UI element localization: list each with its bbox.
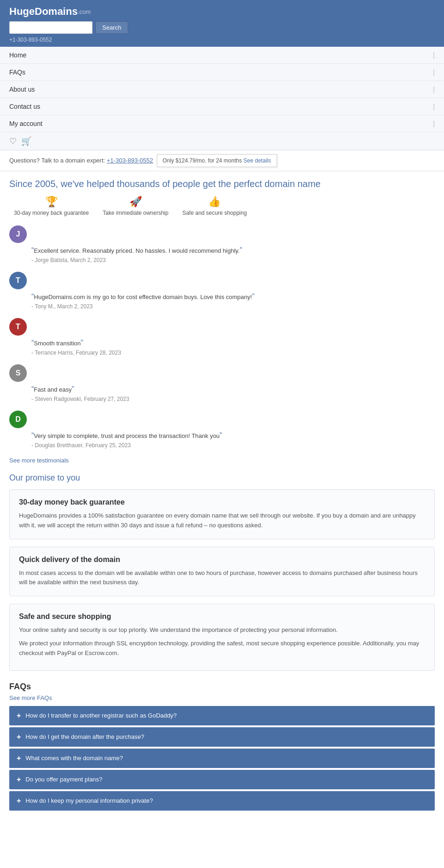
testimonial-author: - Douglas Bretthauer, February 25, 2023 [31, 442, 435, 449]
avatar: T [9, 272, 27, 289]
promise-card-money-back: 30-day money back guarantee HugeDomains … [9, 489, 435, 539]
promise-heading: Our promise to you [9, 473, 435, 483]
faq-label: How do I get the domain after the purcha… [25, 733, 144, 740]
faq-plus-icon: + [17, 754, 21, 762]
promo-tooltip-text: Only $124.79/mo. for 24 months [163, 157, 242, 164]
logo-suffix: .com [78, 8, 91, 15]
nav-divider: | [433, 103, 435, 110]
promise-card-money-back-text: HugeDomains provides a 100% satisfaction… [19, 511, 425, 531]
nav: Home | FAQs | About us | Contact us | My… [0, 47, 444, 150]
testimonial-author: - Tony M., March 2, 2023 [31, 303, 435, 310]
promo-questions-text: Questions? Talk to a domain expert: [9, 157, 105, 164]
feature-secure-label: Safe and secure shopping [182, 210, 247, 216]
open-quote: “ [31, 385, 34, 393]
avatar: J [9, 225, 27, 243]
promise-card-secure-text2: We protect your information through SSL … [19, 639, 425, 658]
testimonial-item: D “Very simple to complete, trust and pr… [9, 411, 435, 449]
search-input[interactable] [9, 21, 92, 34]
open-quote: “ [31, 339, 34, 347]
testimonial-quote: “Very simple to complete, trust and proc… [31, 430, 435, 441]
promise-card-secure-text: Your online safety and security is our t… [19, 625, 425, 658]
feature-secure: 👍 Safe and secure shopping [182, 196, 247, 216]
testimonial-quote: “Excellent service. Reasonably priced. N… [31, 245, 435, 256]
testimonial-header: S [9, 364, 435, 382]
promo-bar: Questions? Talk to a domain expert: +1-3… [0, 150, 444, 171]
open-quote: “ [31, 246, 34, 254]
faq-plus-icon: + [17, 712, 21, 720]
avatar: S [9, 364, 27, 382]
nav-item-account[interactable]: My account | [0, 115, 444, 132]
logo-text: HugeDomains [9, 6, 78, 18]
faq-item[interactable]: + What comes with the domain name? [9, 749, 435, 768]
promise-card-secure: Safe and secure shopping Your online saf… [9, 604, 435, 670]
testimonial-header: D [9, 411, 435, 428]
faq-plus-icon: + [17, 775, 21, 784]
header-phone: +1-303-893-0552 [9, 37, 435, 43]
testimonial-item: S “Fast and easy” - Steven Radgowski, Fe… [9, 364, 435, 402]
promo-phone[interactable]: +1-303-893-0552 [107, 157, 153, 164]
promise-card-delivery-text: In most cases access to the domain will … [19, 568, 425, 588]
faqs-list: + How do I transfer to another registrar… [9, 706, 435, 811]
see-more-testimonials-link[interactable]: See more testimonials [9, 457, 435, 464]
promo-tooltip: Only $124.79/mo. for 24 months See detai… [157, 154, 277, 167]
close-quote: ” [252, 293, 254, 300]
close-quote: ” [81, 339, 83, 347]
testimonial-author: - Steven Radgowski, February 27, 2023 [31, 396, 435, 402]
logo: HugeDomains.com [9, 6, 435, 18]
faq-plus-icon: + [17, 733, 21, 741]
faq-item[interactable]: + How do I transfer to another registrar… [9, 706, 435, 725]
testimonial-header: T [9, 272, 435, 289]
nav-icons: ♡ 🛒 [0, 132, 444, 150]
testimonial-author: - Jorge Batista, March 2, 2023 [31, 257, 435, 263]
avatar: T [9, 318, 27, 336]
promise-card-secure-title: Safe and secure shopping [19, 612, 425, 621]
promise-card-delivery-title: Quick delivery of the domain [19, 556, 425, 564]
faq-label: How do I keep my personal information pr… [25, 797, 153, 804]
promise-card-money-back-title: 30-day money back guarantee [19, 498, 425, 506]
nav-item-contact[interactable]: Contact us | [0, 98, 444, 115]
search-button[interactable]: Search [95, 21, 128, 34]
wishlist-icon[interactable]: ♡ [9, 136, 17, 146]
faq-label: How do I transfer to another registrar s… [25, 712, 177, 719]
cart-icon[interactable]: 🛒 [21, 136, 31, 146]
close-quote: ” [72, 385, 74, 393]
nav-divider: | [433, 120, 435, 127]
nav-divider: | [433, 86, 435, 93]
testimonial-header: J [9, 225, 435, 243]
header: HugeDomains.com Search +1-303-893-0552 [0, 0, 444, 47]
faq-plus-icon: + [17, 797, 21, 805]
promise-card-secure-text1: Your online safety and security is our t… [19, 625, 425, 635]
promo-tooltip-link[interactable]: See details [243, 157, 271, 164]
see-more-faqs-link[interactable]: See more FAQs [9, 694, 435, 701]
testimonial-quote: “Fast and easy” [31, 384, 435, 395]
faq-item[interactable]: + Do you offer payment plans? [9, 770, 435, 789]
features-row: 🏆 30-day money back guarantee 🚀 Take imm… [9, 196, 435, 216]
faq-label: Do you offer payment plans? [25, 776, 102, 783]
nav-item-faqs[interactable]: FAQs | [0, 64, 444, 81]
testimonial-quote: “HugeDomains.com is my go to for cost ef… [31, 291, 435, 302]
main-content: Since 2005, we've helped thousands of pe… [0, 179, 444, 822]
testimonial-item: T “Smooth transition” - Terrance Harris,… [9, 318, 435, 356]
close-quote: ” [220, 431, 222, 439]
feature-ownership-label: Take immediate ownership [103, 210, 168, 216]
search-row: Search [9, 21, 435, 34]
ownership-icon: 🚀 [130, 196, 142, 208]
nav-item-home[interactable]: Home | [0, 47, 444, 64]
faq-label: What comes with the domain name? [25, 755, 123, 762]
close-quote: ” [240, 246, 242, 254]
nav-divider: | [433, 69, 435, 76]
promise-card-delivery: Quick delivery of the domain In most cas… [9, 547, 435, 597]
faq-item[interactable]: + How do I keep my personal information … [9, 791, 435, 811]
faqs-heading: FAQs [9, 682, 435, 692]
faq-item[interactable]: + How do I get the domain after the purc… [9, 727, 435, 747]
money-back-icon: 🏆 [45, 196, 58, 208]
testimonial-item: T “HugeDomains.com is my go to for cost … [9, 272, 435, 310]
feature-money-back-label: 30-day money back guarantee [14, 210, 89, 216]
nav-divider: | [433, 51, 435, 59]
nav-item-about[interactable]: About us | [0, 81, 444, 98]
testimonial-author: - Terrance Harris, February 28, 2023 [31, 350, 435, 356]
secure-icon: 👍 [208, 196, 221, 208]
testimonials: J “Excellent service. Reasonably priced.… [9, 225, 435, 449]
testimonial-quote: “Smooth transition” [31, 337, 435, 349]
avatar: D [9, 411, 27, 428]
